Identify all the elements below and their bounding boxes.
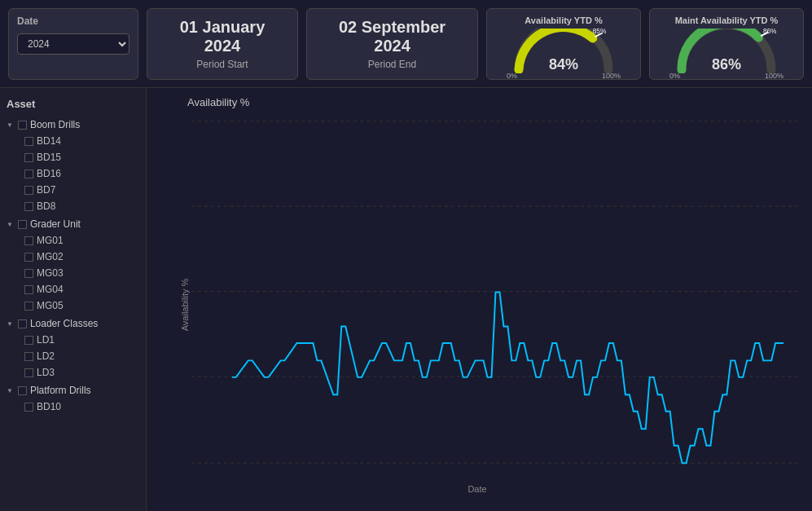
bd10-checkbox[interactable]	[24, 403, 33, 412]
avail-ytd-value: 84%	[549, 56, 578, 73]
loader-classes-arrow: ▼	[7, 320, 13, 328]
availability-ytd-card: Availability YTD % 85% 84% 0% 100%	[486, 8, 641, 80]
maint-ytd-title: Maint Availability YTD %	[675, 15, 779, 25]
grader-unit-checkbox[interactable]	[18, 220, 27, 229]
mg02-label: MG02	[37, 251, 64, 262]
period-start-card: 01 January 2024 Period Start	[147, 8, 298, 80]
mg02-checkbox[interactable]	[24, 253, 33, 262]
tree-item-bd15[interactable]: BD15	[0, 149, 146, 165]
period-end-card: 02 September 2024 Period End	[306, 8, 478, 80]
bd15-checkbox[interactable]	[24, 153, 33, 162]
svg-text:86%: 86%	[763, 29, 777, 35]
tree-item-bd8[interactable]: BD8	[0, 198, 146, 214]
tree-group-header-loader-classes[interactable]: ▼ Loader Classes	[0, 315, 146, 332]
grader-unit-arrow: ▼	[7, 221, 13, 228]
tree-item-bd7[interactable]: BD7	[0, 182, 146, 198]
x-axis-label: Date	[467, 484, 486, 494]
tree-group-header-grader-unit[interactable]: ▼ Grader Unit	[0, 216, 146, 232]
bd16-checkbox[interactable]	[24, 170, 33, 178]
period-start-date: 01 January 2024	[164, 18, 281, 55]
tree-group-grader-unit: ▼ Grader Unit MG01 MG02 MG03 MG04	[0, 216, 146, 314]
loader-classes-label: Loader Classes	[30, 318, 98, 329]
chart-svg: 100% 95% 90% 85% 80% Jul 2024 Aug 2024 S…	[191, 113, 800, 471]
mg04-label: MG04	[37, 284, 64, 295]
platform-drills-checkbox[interactable]	[18, 386, 27, 395]
boom-drills-label: Boom Drills	[30, 119, 80, 130]
tree-group-header-boom-drills[interactable]: ▼ Boom Drills	[0, 117, 146, 133]
tree-item-ld3[interactable]: LD3	[0, 364, 146, 381]
tree-group-boom-drills: ▼ Boom Drills BD14 BD15 BD16 BD7	[0, 117, 146, 214]
bd7-checkbox[interactable]	[24, 186, 33, 195]
bd7-label: BD7	[37, 184, 55, 196]
bd8-checkbox[interactable]	[24, 202, 33, 211]
tree-item-mg03[interactable]: MG03	[0, 265, 146, 281]
ld1-checkbox[interactable]	[24, 336, 33, 345]
bd14-checkbox[interactable]	[24, 137, 33, 146]
chart-title: Availability %	[155, 96, 800, 108]
tree-item-mg05[interactable]: MG05	[0, 297, 146, 314]
avail-ytd-title: Availability YTD %	[525, 15, 602, 25]
mg03-checkbox[interactable]	[24, 269, 33, 278]
mg05-checkbox[interactable]	[24, 302, 33, 311]
tree-item-mg01[interactable]: MG01	[0, 232, 146, 249]
bd14-label: BD14	[37, 135, 61, 147]
tree-group-loader-classes: ▼ Loader Classes LD1 LD2 LD3	[0, 315, 146, 381]
top-bar: Date 2024 01 January 2024 Period Start 0…	[0, 0, 812, 88]
mg01-checkbox[interactable]	[24, 236, 33, 245]
ld2-checkbox[interactable]	[24, 352, 33, 361]
ld2-label: LD2	[37, 350, 55, 362]
chart-line	[232, 293, 783, 464]
mg01-label: MG01	[37, 235, 64, 246]
bd16-label: BD16	[37, 168, 61, 179]
maint-ytd-value: 86%	[712, 56, 741, 73]
sidebar: Asset ▼ Boom Drills BD14 BD15 BD16	[0, 88, 147, 511]
mg05-label: MG05	[37, 300, 64, 311]
maint-ytd-gauge: 86% 86%	[669, 29, 783, 73]
period-start-label: Period Start	[164, 59, 281, 70]
chart-wrapper: Availability % 100% 95% 90% 85% 80%	[155, 113, 800, 496]
date-select[interactable]: 2024	[17, 33, 129, 55]
maint-availability-ytd-card: Maint Availability YTD % 86% 86% 0% 100%	[649, 8, 804, 80]
loader-classes-checkbox[interactable]	[18, 319, 27, 328]
date-filter-label: Date	[17, 15, 129, 27]
tree-item-ld1[interactable]: LD1	[0, 332, 146, 348]
mg04-checkbox[interactable]	[24, 285, 33, 294]
ld3-label: LD3	[37, 367, 55, 378]
boom-drills-arrow: ▼	[7, 121, 13, 129]
tree-item-mg04[interactable]: MG04	[0, 281, 146, 297]
tree-item-bd10[interactable]: BD10	[0, 399, 146, 415]
bd8-label: BD8	[37, 200, 55, 212]
ld3-checkbox[interactable]	[24, 368, 33, 377]
platform-drills-arrow: ▼	[7, 387, 13, 394]
tree-group-header-platform-drills[interactable]: ▼ Platform Drills	[0, 382, 146, 399]
bd15-label: BD15	[37, 152, 61, 163]
chart-area: Availability % Availability % 100% 95% 9…	[147, 88, 812, 511]
y-axis-label: Availability %	[180, 278, 190, 331]
asset-header: Asset	[0, 95, 146, 117]
tree-item-bd14[interactable]: BD14	[0, 133, 146, 149]
grader-unit-label: Grader Unit	[30, 218, 81, 230]
tree-group-platform-drills: ▼ Platform Drills BD10	[0, 382, 146, 415]
platform-drills-label: Platform Drills	[30, 385, 91, 396]
boom-drills-checkbox[interactable]	[18, 121, 27, 130]
ld1-label: LD1	[37, 334, 55, 346]
date-filter: Date 2024	[8, 8, 138, 80]
period-end-date: 02 September 2024	[323, 18, 461, 55]
period-end-label: Period End	[323, 59, 461, 70]
tree-item-bd16[interactable]: BD16	[0, 165, 146, 182]
svg-text:85%: 85%	[593, 29, 607, 35]
tree-item-mg02[interactable]: MG02	[0, 249, 146, 265]
main-content: Asset ▼ Boom Drills BD14 BD15 BD16	[0, 88, 812, 511]
mg03-label: MG03	[37, 267, 64, 279]
bd10-label: BD10	[37, 401, 61, 412]
avail-ytd-gauge: 85% 84%	[507, 29, 621, 73]
tree-item-ld2[interactable]: LD2	[0, 348, 146, 364]
